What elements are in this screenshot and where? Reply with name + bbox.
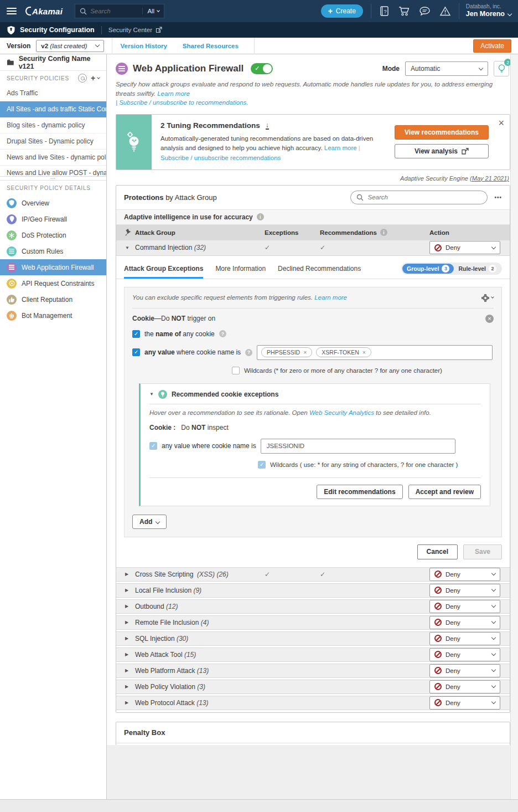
tab-more-information[interactable]: More Information <box>215 265 266 279</box>
attack-group-row[interactable]: ▶ Local File Inclusion (9) Deny <box>116 583 510 598</box>
remove-tag-icon[interactable] <box>362 349 366 356</box>
expand-arrow-icon[interactable]: ▶ <box>125 668 135 673</box>
help-icon[interactable] <box>245 349 252 356</box>
sidebar-policy-blog-sites[interactable]: Blog sites - dynamic policy <box>0 117 106 133</box>
cart-icon[interactable] <box>398 6 410 17</box>
download-icon[interactable]: ↓ <box>266 122 269 130</box>
action-select[interactable]: Deny <box>429 696 500 710</box>
group-level-pill[interactable]: Group-level3 <box>402 264 454 274</box>
version-select[interactable]: v2 (last created) <box>36 40 104 52</box>
engine-date-link[interactable]: (May 21 2021) <box>470 175 509 182</box>
attack-group-row[interactable]: ▶ Web Policy Violation (3) Deny <box>116 680 510 694</box>
sidebar-policy-news-post[interactable]: News and Live allow POST - dynamic <box>0 166 106 176</box>
learn-more-link[interactable]: Learn more <box>157 90 190 97</box>
info-icon[interactable] <box>380 229 387 236</box>
account-menu[interactable]: Databash, inc. Jen Moreno <box>459 3 511 19</box>
pin-icon[interactable] <box>125 229 131 236</box>
collapse-arrow-icon[interactable]: ▼ <box>149 392 154 397</box>
cookie-name-checkbox[interactable] <box>132 330 140 338</box>
mode-select[interactable]: Automatic <box>405 61 488 76</box>
sidebar-item-client-reputation[interactable]: Client Reputation <box>0 291 106 307</box>
sidebar-policy-all-sites[interactable]: All Sites -and ads traffic Static Conten… <box>0 101 106 117</box>
collapse-arrow-icon[interactable]: ▼ <box>125 245 135 250</box>
action-select[interactable]: Deny <box>429 241 500 254</box>
action-select[interactable]: Deny <box>429 584 500 597</box>
alert-triangle-icon[interactable] <box>439 6 451 17</box>
subscribe-link[interactable]: | Subscribe / unsubscribe to recommendat… <box>116 99 248 106</box>
expand-arrow-icon[interactable]: ▶ <box>125 620 135 625</box>
expand-arrow-icon[interactable]: ▶ <box>125 604 135 609</box>
scrollbar-track[interactable] <box>510 54 518 799</box>
create-button[interactable]: Create <box>321 4 363 18</box>
help-icon[interactable] <box>219 330 226 337</box>
sidebar-policy-news-live[interactable]: News and live Sites - dynamic policy <box>0 150 106 166</box>
attack-group-row[interactable]: ▶ Web Attack Tool (15) Deny <box>116 647 510 662</box>
action-select[interactable]: Deny <box>429 568 500 581</box>
expand-arrow-icon[interactable]: ▶ <box>125 684 135 689</box>
action-select[interactable]: Deny <box>429 632 500 645</box>
add-policy-button[interactable] <box>91 74 100 83</box>
sidebar-policy-ads-traffic[interactable]: Ads Traffic <box>0 85 106 101</box>
web-security-analytics-link[interactable]: Web Security Analytics <box>309 409 374 416</box>
view-analysis-button[interactable]: View analysis <box>395 144 489 158</box>
recommended-value-checkbox[interactable] <box>149 442 157 450</box>
search-input[interactable] <box>367 194 481 201</box>
expand-arrow-icon[interactable]: ▶ <box>125 652 135 657</box>
attack-group-row[interactable]: ▶ Remote File Inclusion (4) Deny <box>116 615 510 630</box>
subscribe-recommendations-link[interactable]: Subscribe / unsubscribe recommendations <box>160 155 281 161</box>
info-icon[interactable] <box>257 213 264 220</box>
cookie-value-checkbox[interactable] <box>132 348 140 356</box>
recommended-cookie-name-input[interactable] <box>261 439 455 454</box>
close-icon[interactable] <box>498 118 504 128</box>
attack-group-row[interactable]: ▶ Web Platform Attack (13) Deny <box>116 664 510 678</box>
config-name-row[interactable]: Security Config Name v121 <box>0 54 106 71</box>
save-button[interactable]: Save <box>463 544 502 559</box>
expand-arrow-icon[interactable]: ▶ <box>125 700 135 705</box>
drag-handle[interactable] <box>0 176 106 181</box>
attack-group-row[interactable]: ▶ Web Protocol Attack (13) Deny <box>116 696 510 710</box>
attack-group-row[interactable]: ▶ SQL Injection (30) Deny <box>116 631 510 646</box>
expand-arrow-icon[interactable]: ▶ <box>125 636 135 641</box>
version-history-link[interactable]: Version History <box>120 43 167 49</box>
tab-attack-group-exceptions[interactable]: Attack Group Exceptions <box>124 265 203 279</box>
search-scope-select[interactable]: All <box>142 8 159 14</box>
sidebar-item-web-application-firewall[interactable]: Web Application Firewall <box>0 259 106 275</box>
global-search[interactable]: All <box>75 4 164 18</box>
cancel-button[interactable]: Cancel <box>417 544 458 559</box>
help-book-icon[interactable]: ? <box>379 6 390 17</box>
gear-menu-button[interactable] <box>481 294 494 302</box>
shared-resources-link[interactable]: Shared Resources <box>183 43 239 49</box>
expand-arrow-icon[interactable]: ▶ <box>125 572 135 577</box>
remove-exception-icon[interactable] <box>485 315 494 323</box>
learn-more-link[interactable]: Learn more <box>324 145 357 151</box>
tab-declined-recommendations[interactable]: Declined Recommendations <box>278 265 361 279</box>
attack-group-row-expanded[interactable]: ▼ Command Injection (32) ✓ ✓ Deny <box>116 240 510 256</box>
accept-and-review-button[interactable]: Accept and review <box>408 485 481 499</box>
wildcards-checkbox[interactable] <box>232 367 240 374</box>
remove-tag-icon[interactable] <box>303 349 307 356</box>
action-select[interactable]: Deny <box>429 600 500 613</box>
activate-button[interactable]: Activate <box>473 39 511 53</box>
learn-more-link[interactable]: Learn more <box>314 294 347 301</box>
sidebar-policy-drupal-sites[interactable]: Drupal Sites - Dynamic policy <box>0 133 106 150</box>
search-input[interactable] <box>90 8 139 14</box>
rule-level-pill[interactable]: Rule-level2 <box>454 264 501 274</box>
add-exception-button[interactable]: Add <box>132 515 167 529</box>
action-select[interactable]: Deny <box>429 664 500 677</box>
recommended-wildcards-checkbox[interactable] <box>258 461 266 469</box>
sidebar-item-api-request-constraints[interactable]: API Request Constraints <box>0 275 106 291</box>
search-policies-icon[interactable] <box>78 74 87 83</box>
sidebar-item-bot-management[interactable]: Bot Management <box>0 307 106 323</box>
attack-group-row[interactable]: ▶ Outbound (12) Deny <box>116 599 510 614</box>
action-select[interactable]: Deny <box>429 680 500 693</box>
recommendations-bulb-button[interactable]: 2 <box>494 61 509 76</box>
chat-icon[interactable] <box>419 6 431 17</box>
cookie-names-input[interactable]: PHPSESSID XSRF-TOKEN <box>257 345 493 360</box>
sidebar-item-custom-rules[interactable]: Custom Rules <box>0 243 106 259</box>
waf-enabled-toggle[interactable] <box>251 63 273 74</box>
action-select[interactable]: Deny <box>429 616 500 629</box>
sidebar-item-dos-protection[interactable]: DoS Protection <box>0 227 106 243</box>
hamburger-icon[interactable] <box>7 8 17 14</box>
expand-arrow-icon[interactable]: ▶ <box>125 588 135 593</box>
attack-group-row[interactable]: ▶ Cross Site Scripting (XSS) (26) ✓ ✓ De… <box>116 567 510 582</box>
